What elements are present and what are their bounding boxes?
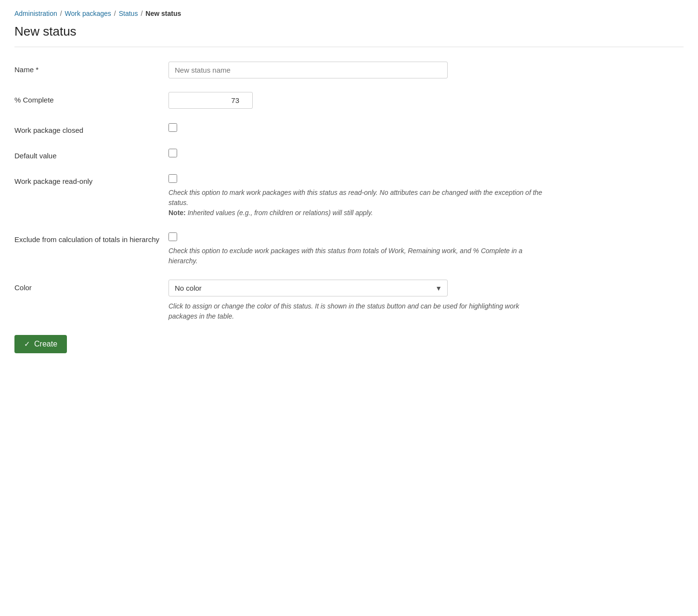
work-package-readonly-wrapper: Check this option to mark work packages … — [168, 173, 684, 218]
breadcrumb: Administration / Work packages / Status … — [14, 10, 684, 17]
work-package-readonly-helper: Check this option to mark work packages … — [168, 188, 544, 218]
breadcrumb-status[interactable]: Status — [119, 10, 138, 17]
work-package-closed-label: Work package closed — [14, 122, 168, 134]
exclude-hierarchy-checkbox[interactable] — [168, 232, 177, 241]
default-value-checkbox[interactable] — [168, 149, 177, 157]
breadcrumb-separator-3: / — [141, 10, 142, 17]
exclude-hierarchy-helper: Check this option to exclude work packag… — [168, 246, 544, 266]
breadcrumb-separator-2: / — [114, 10, 116, 17]
color-row: Color No color ▼ Click to assign or chan… — [14, 280, 684, 321]
color-wrapper: No color ▼ Click to assign or change the… — [168, 280, 684, 321]
work-package-closed-wrapper — [168, 122, 684, 132]
work-package-closed-row: Work package closed — [14, 122, 684, 134]
percent-complete-label: % Complete — [14, 92, 168, 104]
color-helper: Click to assign or change the color of t… — [168, 301, 544, 321]
color-select-wrapper: No color ▼ — [168, 280, 448, 296]
name-label: Name * — [14, 62, 168, 74]
divider — [14, 47, 684, 47]
submit-row: ✓ Create — [14, 335, 684, 353]
name-input[interactable] — [168, 62, 448, 78]
breadcrumb-current: New status — [145, 10, 181, 17]
work-package-closed-checkbox[interactable] — [168, 123, 177, 132]
page-title: New status — [14, 24, 684, 39]
breadcrumb-admin[interactable]: Administration — [14, 10, 57, 17]
create-button[interactable]: ✓ Create — [14, 335, 67, 353]
name-row: Name * — [14, 62, 684, 78]
work-package-readonly-label: Work package read-only — [14, 173, 168, 185]
color-label: Color — [14, 280, 168, 292]
default-value-wrapper — [168, 148, 684, 157]
percent-complete-field-wrapper — [168, 92, 684, 109]
work-package-readonly-note: Inherited values (e.g., from children or… — [186, 209, 373, 217]
work-package-readonly-row: Work package read-only Check this option… — [14, 173, 684, 218]
new-status-form: Name * % Complete Work package closed De… — [14, 62, 684, 353]
color-select[interactable]: No color — [168, 280, 448, 296]
default-value-label: Default value — [14, 148, 168, 160]
breadcrumb-work-packages[interactable]: Work packages — [65, 10, 111, 17]
exclude-hierarchy-wrapper: Check this option to exclude work packag… — [168, 231, 684, 266]
name-field-wrapper — [168, 62, 684, 78]
default-value-row: Default value — [14, 148, 684, 160]
create-button-label: Create — [34, 340, 57, 348]
percent-complete-row: % Complete — [14, 92, 684, 109]
exclude-hierarchy-row: Exclude from calculation of totals in hi… — [14, 231, 684, 266]
check-icon: ✓ — [24, 340, 30, 348]
breadcrumb-separator-1: / — [60, 10, 62, 17]
percent-complete-input[interactable] — [168, 92, 253, 109]
exclude-hierarchy-label: Exclude from calculation of totals in hi… — [14, 231, 168, 244]
work-package-readonly-checkbox[interactable] — [168, 174, 177, 183]
